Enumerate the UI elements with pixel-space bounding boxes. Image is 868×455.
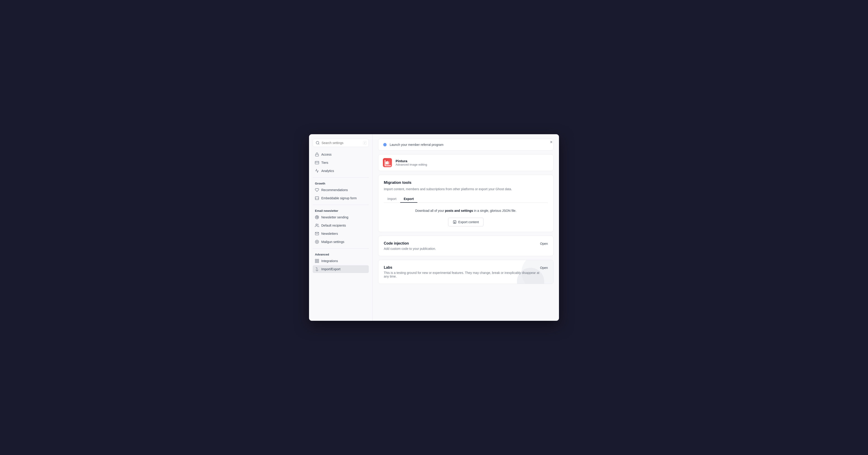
svg-point-6 (316, 224, 317, 225)
advanced-section-label: Advanced (313, 251, 369, 257)
svg-rect-13 (317, 261, 319, 263)
email-newsletter-section-label: Email newsletter (313, 208, 369, 214)
sidebar-item-default-recipients[interactable]: Default recipients (313, 222, 369, 229)
heart-icon (315, 188, 319, 192)
settings-modal: × / Access Tiers (309, 134, 559, 321)
referral-icon (383, 143, 387, 147)
pintura-info: Pintura Advanced image editing (396, 159, 427, 166)
search-icon (316, 141, 320, 145)
sidebar-item-import-export-label: Import/Export (321, 267, 340, 271)
newsletter-icon (315, 215, 319, 219)
sidebar-item-embeddable-signup[interactable]: Embeddable signup form (313, 194, 369, 202)
code-injection-desc: Add custom code to your publication. (384, 247, 436, 251)
import-export-icon (315, 267, 319, 271)
code-injection-open[interactable]: Open (540, 242, 548, 246)
sidebar-item-recommendations[interactable]: Recommendations (313, 186, 369, 194)
sidebar-item-default-recipients-label: Default recipients (321, 224, 346, 227)
search-input[interactable] (321, 141, 361, 145)
export-description: Download all of your posts and settings … (384, 208, 548, 213)
code-injection-card: Code injection Add custom code to your p… (378, 236, 554, 256)
sidebar-item-embeddable-label: Embeddable signup form (321, 196, 357, 200)
integrations-icon (315, 259, 319, 263)
svg-point-9 (316, 241, 318, 243)
divider-2 (313, 205, 369, 205)
migration-title: Migration tools (384, 180, 548, 185)
svg-rect-2 (315, 161, 319, 164)
migration-desc: Import content, members and subscription… (384, 187, 548, 192)
tab-export[interactable]: Export (400, 195, 417, 202)
migration-tools-card: Migration tools Import content, members … (378, 175, 554, 232)
download-icon (453, 220, 457, 224)
pintura-subtitle: Advanced image editing (396, 163, 427, 166)
referral-card: Launch your member referral program (378, 139, 554, 151)
sidebar-item-integrations-label: Integrations (321, 259, 338, 263)
labs-desc: This is a testing ground for new or expe… (384, 271, 540, 278)
svg-point-14 (383, 143, 387, 146)
sidebar-item-mailgun[interactable]: Mailgun settings (313, 238, 369, 246)
svg-point-8 (315, 240, 319, 244)
envelope-icon (315, 232, 319, 236)
pintura-logo-icon (385, 160, 390, 165)
sidebar-item-recommendations-label: Recommendations (321, 188, 348, 192)
tab-import[interactable]: Import (384, 195, 400, 202)
credit-card-icon (315, 161, 319, 165)
referral-text: Launch your member referral program (390, 143, 443, 146)
export-desc-prefix: Download all of your (415, 209, 445, 212)
sidebar-item-integrations[interactable]: Integrations (313, 257, 369, 265)
labs-info: Labs This is a testing ground for new or… (384, 265, 540, 278)
sidebar-item-newsletter-sending[interactable]: Newsletter sending (313, 214, 369, 221)
sidebar-item-access-label: Access (321, 153, 332, 156)
mailgun-icon (315, 240, 319, 244)
labs-title: Labs (384, 265, 540, 269)
export-button-label: Export content (458, 220, 479, 224)
svg-rect-10 (315, 259, 317, 261)
sidebar-item-newsletters[interactable]: Newsletters (313, 230, 369, 237)
export-content-button[interactable]: Export content (448, 218, 484, 226)
divider-1 (313, 177, 369, 178)
sidebar-item-analytics[interactable]: Analytics (313, 167, 369, 175)
svg-rect-12 (315, 261, 317, 263)
svg-rect-1 (315, 154, 318, 156)
sidebar-item-tiers-label: Tiers (321, 161, 328, 165)
labs-open[interactable]: Open (540, 266, 548, 269)
export-desc-bold: posts and settings (445, 209, 473, 212)
search-kbd: / (363, 141, 367, 145)
code-injection-info: Code injection Add custom code to your p… (384, 241, 436, 251)
close-button[interactable]: × (548, 138, 555, 146)
sidebar-item-newsletter-sending-label: Newsletter sending (321, 216, 348, 219)
labs-card: Labs This is a testing ground for new or… (378, 260, 554, 284)
code-injection-title: Code injection (384, 241, 436, 246)
main-content: Launch your member referral program Pint… (373, 134, 559, 321)
svg-point-0 (316, 141, 319, 144)
sidebar: / Access Tiers Analytics Growth (309, 134, 373, 321)
sidebar-item-access[interactable]: Access (313, 151, 369, 158)
sidebar-item-newsletters-label: Newsletters (321, 232, 338, 235)
pintura-card: Pintura Advanced image editing (378, 154, 554, 171)
search-box[interactable]: / (313, 139, 369, 147)
pintura-logo (383, 158, 392, 167)
embed-icon (315, 196, 319, 200)
sidebar-item-import-export[interactable]: Import/Export (313, 265, 369, 273)
export-desc-suffix: in a single, glorious JSON file. (473, 209, 517, 212)
migration-tabs: Import Export (384, 195, 548, 203)
svg-rect-11 (317, 259, 319, 261)
sidebar-item-tiers[interactable]: Tiers (313, 159, 369, 167)
sidebar-item-mailgun-label: Mailgun settings (321, 240, 344, 244)
lock-icon (315, 152, 319, 157)
recipients-icon (315, 223, 319, 227)
pintura-title: Pintura (396, 159, 427, 163)
growth-section-label: Growth (313, 180, 369, 186)
sidebar-item-analytics-label: Analytics (321, 169, 334, 173)
chart-icon (315, 169, 319, 173)
